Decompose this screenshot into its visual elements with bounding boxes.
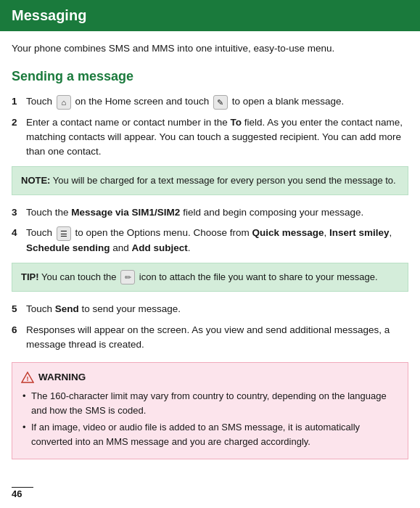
step-1: 1 Touch ⌂ on the Home screen and touch ✎…: [12, 94, 408, 109]
step-number-5: 5: [12, 302, 26, 316]
section-title: Sending a message: [12, 69, 408, 84]
tip-box: TIP! You can touch the ✏ icon to attach …: [12, 263, 408, 292]
step-text-2: Enter a contact name or contact number i…: [26, 115, 408, 160]
main-content: Your phone combines SMS and MMS into one…: [0, 31, 420, 488]
warning-triangle-icon: !: [21, 371, 34, 384]
step-3: 3 Touch the Message via SIM1/SIM2 field …: [12, 205, 408, 220]
page-title: Messaging: [12, 7, 408, 24]
step-number-4: 4: [12, 226, 26, 255]
step-number-2: 2: [12, 115, 26, 160]
step-text-4: Touch ☰ to open the Options menu. Choose…: [26, 226, 408, 255]
steps-list-2: 3 Touch the Message via SIM1/SIM2 field …: [12, 205, 408, 255]
page-number-divider: [12, 487, 33, 488]
step-text-3: Touch the Message via SIM1/SIM2 field an…: [26, 205, 408, 220]
warning-box: ! WARNING The 160-character limit may va…: [12, 362, 408, 459]
compose-icon: ✎: [213, 95, 228, 110]
attach-icon: ✏: [120, 270, 135, 284]
step-text-1: Touch ⌂ on the Home screen and touch ✎ t…: [26, 94, 408, 109]
page-number: 46: [12, 488, 22, 499]
step-text-6: Responses will appear on the screen. As …: [26, 323, 408, 353]
warning-item-2: If an image, video or audio file is adde…: [21, 420, 399, 448]
warning-title: ! WARNING: [21, 370, 399, 385]
intro-text: Your phone combines SMS and MMS into one…: [12, 41, 408, 56]
step-text-5: Touch Send to send your message.: [26, 302, 408, 316]
note-label: NOTE:: [21, 175, 50, 186]
step-5: 5 Touch Send to send your message.: [12, 302, 408, 316]
steps-list-3: 5 Touch Send to send your message. 6 Res…: [12, 302, 408, 352]
note-box: NOTE: You will be charged for a text mes…: [12, 166, 408, 195]
steps-list: 1 Touch ⌂ on the Home screen and touch ✎…: [12, 94, 408, 159]
warning-label: WARNING: [38, 370, 86, 385]
header: Messaging: [0, 0, 420, 31]
options-icon: ☰: [57, 226, 71, 241]
step-4: 4 Touch ☰ to open the Options menu. Choo…: [12, 226, 408, 255]
step-number-6: 6: [12, 323, 26, 353]
warning-item-1: The 160-character limit may vary from co…: [21, 389, 399, 417]
svg-text:!: !: [27, 375, 29, 382]
home-icon: ⌂: [57, 95, 71, 110]
step-2: 2 Enter a contact name or contact number…: [12, 115, 408, 160]
step-number-1: 1: [12, 94, 26, 109]
warning-list: The 160-character limit may vary from co…: [21, 389, 399, 448]
tip-label: TIP! You can touch the ✏ icon to attach …: [21, 270, 378, 285]
step-number-3: 3: [12, 205, 26, 220]
note-text: You will be charged for a text message f…: [50, 175, 395, 186]
step-6: 6 Responses will appear on the screen. A…: [12, 323, 408, 353]
